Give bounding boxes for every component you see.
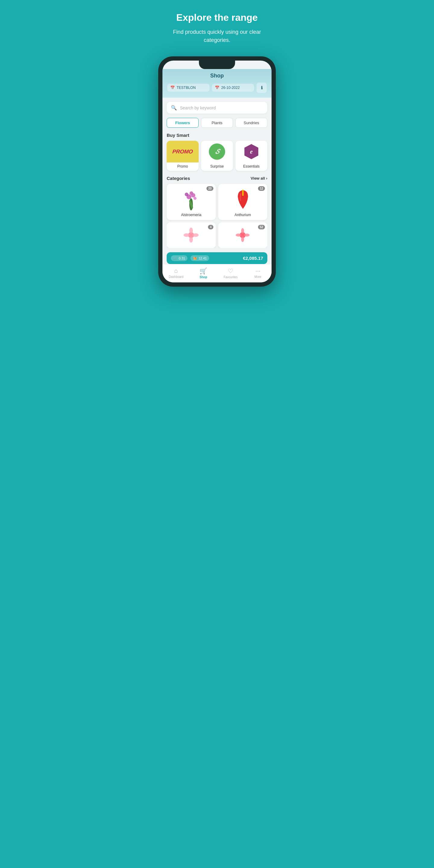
buy-smart-header: Buy Smart <box>167 133 267 138</box>
cart-summary: 🛒 0.31 🧺 12.41 €2,085.17 <box>167 252 267 264</box>
hero-title: Explore the range <box>176 12 258 23</box>
anthurium-image <box>221 187 264 211</box>
cart-total: €2,085.17 <box>243 255 263 261</box>
header-meta: 📅 TESTBLON 📅 26-10-2022 ℹ <box>167 83 267 93</box>
buy-smart-title: Buy Smart <box>167 133 189 138</box>
svg-point-11 <box>189 227 193 234</box>
cart-count-1-value: 0.31 <box>179 256 185 260</box>
cart-count-2: 🧺 12.41 <box>190 255 209 261</box>
phone-shell: Shop 📅 TESTBLON 📅 26-10-2022 ℹ 🔍 Search … <box>158 56 276 287</box>
svg-point-12 <box>189 237 193 243</box>
tab-flowers[interactable]: Flowers <box>167 118 198 128</box>
partial-flower-1 <box>183 227 199 244</box>
date-label: 26-10-2022 <box>221 86 240 90</box>
nav-favourites-label: Favourites <box>224 276 238 279</box>
essentials-image: e <box>236 141 267 162</box>
anthurium-label: Anthurium <box>221 213 264 217</box>
info-button[interactable]: ℹ <box>256 83 267 93</box>
nav-shop[interactable]: 🛒 Shop <box>190 264 217 282</box>
categories-title: Categories <box>167 176 190 181</box>
more-icon: ··· <box>255 267 260 274</box>
phone-screen: Shop 📅 TESTBLON 📅 26-10-2022 ℹ 🔍 Search … <box>162 61 272 282</box>
promo-image: PROMO <box>167 141 198 162</box>
shop-icon: 🛒 <box>199 267 207 275</box>
alstroemeria-svg <box>180 188 203 210</box>
store-chip: 📅 TESTBLON <box>167 84 210 92</box>
phone-notch <box>199 61 235 69</box>
partial-flower-2 <box>235 227 251 244</box>
essentials-icon: e <box>243 144 259 160</box>
partial-card-2[interactable]: 52 <box>218 222 267 248</box>
category-card-alstroemeria[interactable]: 20 Alstroemeria <box>167 184 216 220</box>
store-label: TESTBLON <box>177 86 195 90</box>
hero-subtitle: Find products quickly using our clear ca… <box>160 28 274 44</box>
nav-shop-label: Shop <box>199 276 207 279</box>
tab-plants[interactable]: Plants <box>201 118 233 128</box>
promo-label: Promo <box>167 162 198 171</box>
categories-header: Categories View all <box>167 176 267 181</box>
svg-point-14 <box>193 233 198 237</box>
app-header: Shop 📅 TESTBLON 📅 26-10-2022 ℹ <box>162 69 272 98</box>
nav-dashboard[interactable]: ⌂ Dashboard <box>162 264 190 282</box>
search-placeholder: Search by keyword <box>180 105 216 110</box>
search-icon: 🔍 <box>171 105 177 111</box>
app-content: 🔍 Search by keyword Flowers Plants Sundr… <box>162 98 272 252</box>
svg-point-8 <box>193 197 196 200</box>
bottom-bar-wrapper: 🛒 0.31 🧺 12.41 €2,085.17 <box>162 252 272 264</box>
alstroemeria-label: Alstroemeria <box>170 213 213 217</box>
cart-count-1: 🛒 0.31 <box>171 255 187 261</box>
search-bar[interactable]: 🔍 Search by keyword <box>167 102 267 114</box>
partial-categories-row: 4 52 <box>167 222 267 248</box>
date-icon: 📅 <box>215 86 219 90</box>
svg-point-7 <box>185 193 188 196</box>
store-icon: 📅 <box>170 86 175 90</box>
svg-point-19 <box>244 234 250 237</box>
cart-icon-1: 🛒 <box>173 256 178 260</box>
anthurium-badge: 12 <box>258 186 265 191</box>
nav-dashboard-label: Dashboard <box>169 275 184 278</box>
nav-bar: ⌂ Dashboard 🛒 Shop ♡ Favourites ··· More <box>162 264 272 282</box>
buy-smart-card-surprise[interactable]: 𝓢 Surprise <box>201 141 233 171</box>
promo-text: PROMO <box>172 149 193 155</box>
svg-text:e: e <box>250 148 253 155</box>
svg-point-6 <box>190 191 193 195</box>
anthurium-svg <box>232 188 253 210</box>
buy-smart-card-essentials[interactable]: e Essentials <box>236 141 267 171</box>
partial-badge-2: 52 <box>258 225 265 229</box>
nav-favourites[interactable]: ♡ Favourites <box>217 264 244 282</box>
svg-point-18 <box>236 234 241 237</box>
category-card-anthurium[interactable]: 12 Anthurium <box>218 184 267 220</box>
essentials-label: Essentials <box>236 162 267 171</box>
cart-icons: 🛒 0.31 🧺 12.41 <box>171 255 209 261</box>
dashboard-icon: ⌂ <box>174 267 178 274</box>
partial-card-1[interactable]: 4 <box>167 222 216 248</box>
favourites-icon: ♡ <box>228 267 233 275</box>
view-all-link[interactable]: View all <box>251 176 267 181</box>
categories-grid: 20 Alstroemeria <box>167 184 267 220</box>
svg-point-13 <box>184 233 190 237</box>
svg-point-16 <box>241 228 244 234</box>
buy-smart-grid: PROMO Promo 𝓢 Surprise e <box>167 141 267 171</box>
nav-more-label: More <box>254 275 261 278</box>
surprise-image: 𝓢 <box>201 141 233 162</box>
nav-more[interactable]: ··· More <box>244 264 272 282</box>
category-tabs: Flowers Plants Sundries <box>167 118 267 128</box>
alstroemeria-badge: 20 <box>207 186 213 191</box>
cart-icon-2: 🧺 <box>193 256 197 260</box>
cart-count-2-value: 12.41 <box>198 256 207 260</box>
surprise-icon: 𝓢 <box>209 144 225 160</box>
svg-point-17 <box>241 237 244 242</box>
surprise-label: Surprise <box>201 162 233 171</box>
partial-badge-1: 4 <box>208 225 213 229</box>
date-chip: 📅 26-10-2022 <box>212 84 254 92</box>
app-title: Shop <box>167 73 267 79</box>
tab-sundries[interactable]: Sundries <box>236 118 267 128</box>
buy-smart-card-promo[interactable]: PROMO Promo <box>167 141 198 171</box>
alstroemeria-image <box>170 187 213 211</box>
